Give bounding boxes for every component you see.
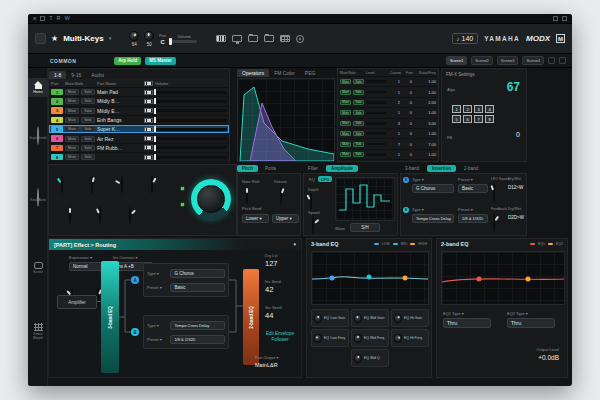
op-solo-button[interactable]: Solo xyxy=(353,152,364,157)
part-name[interactable]: Mildly E… xyxy=(97,108,142,114)
solo-button[interactable]: Solo xyxy=(81,117,95,123)
op-mute-button[interactable]: Mute xyxy=(340,121,351,126)
sidebar-item-scene[interactable]: Scene xyxy=(28,258,48,277)
op-coarse[interactable]: 7 xyxy=(388,142,400,147)
part-row-6[interactable]: 6 Mute Solo Air Rez xyxy=(49,134,229,143)
tab-filter[interactable]: Filter xyxy=(303,165,323,172)
op-coarse[interactable]: 1 xyxy=(388,152,400,157)
tab-insertion[interactable]: Insertion xyxy=(427,165,456,172)
eq-low-freq[interactable]: EQ Low Freq xyxy=(311,329,349,347)
eq2-block[interactable]: 2-band EQ xyxy=(243,269,259,365)
eq3-block[interactable]: 3-band EQ xyxy=(101,261,119,373)
op-solo-button[interactable]: Solo xyxy=(353,131,364,136)
fx-drywet-value[interactable]: D12>W xyxy=(508,185,523,190)
keyboard-icon[interactable] xyxy=(144,90,153,95)
sidebar-item-smart-morph[interactable]: Smart Morph xyxy=(28,320,48,343)
op-level-slider[interactable] xyxy=(366,122,386,125)
fx-param-knob[interactable] xyxy=(493,213,495,232)
lfo-speed-knob[interactable] xyxy=(312,215,314,234)
pan-value[interactable]: C xyxy=(161,39,165,45)
volume-slider[interactable] xyxy=(155,91,227,94)
op-ratio[interactable]: 1.00 xyxy=(414,90,436,95)
op-ratio[interactable]: 2.00 xyxy=(414,100,436,105)
a-preset-select[interactable]: Basic xyxy=(170,283,225,292)
eq-hi-gain[interactable]: EQ Hi Gain xyxy=(391,309,429,327)
menu-icon[interactable]: ≡ xyxy=(33,16,36,22)
tab-peg[interactable]: PEG xyxy=(300,69,321,77)
algo-value[interactable]: 67 xyxy=(507,80,520,94)
mute-button[interactable]: Mute xyxy=(65,154,79,160)
tab-porta[interactable]: Porta xyxy=(260,165,281,172)
part-row-2[interactable]: 2 Mute Solo Mildly B… xyxy=(49,97,229,106)
part-row-5[interactable]: 5 Mute Solo Super K… xyxy=(49,125,229,134)
part-row-3[interactable]: 3 Mute Solo Mildly E… xyxy=(49,107,229,116)
monitor-icon[interactable] xyxy=(232,35,242,42)
pitch-bend-lower-select[interactable]: Lower ▾ xyxy=(242,214,269,223)
op-ratio[interactable]: 1.00 xyxy=(414,110,436,115)
mute-button[interactable]: Mute xyxy=(65,108,79,114)
tab-amp-lfo[interactable]: LFO xyxy=(318,176,332,182)
keyboard-icon[interactable] xyxy=(144,127,153,132)
part-name[interactable]: Air Rez xyxy=(97,136,142,142)
operator-row-6[interactable]: Mute Solo 1 0 1.00 xyxy=(338,129,438,139)
feedback-value[interactable]: 0 xyxy=(516,131,520,138)
eq2-type-select[interactable]: Thru xyxy=(507,318,555,328)
keyboard-icon[interactable] xyxy=(144,118,153,123)
op-solo-button[interactable]: Solo xyxy=(353,90,364,95)
eq-low-freq-knob[interactable] xyxy=(314,334,322,343)
op-level-slider[interactable] xyxy=(366,101,386,104)
op-mute-button[interactable]: Mute xyxy=(340,152,351,157)
eq-hi-freq-knob[interactable] xyxy=(394,334,402,343)
sidebar-item-home[interactable]: Home xyxy=(28,78,48,97)
part-number-badge[interactable]: 5 xyxy=(51,126,63,133)
keyboard-icon[interactable] xyxy=(144,108,153,113)
routing-unit-a[interactable]: Type ▾ G Chorus Preset ▾ Basic xyxy=(143,263,229,297)
var-send-value[interactable]: 44 xyxy=(265,311,273,320)
mod-knob[interactable] xyxy=(129,31,139,41)
mute-button[interactable]: Mute xyxy=(65,136,79,142)
tab-amp-eq[interactable]: EQ xyxy=(306,176,318,182)
op-mute-button[interactable]: Mute xyxy=(340,79,351,84)
volume-slider[interactable] xyxy=(155,137,227,140)
solo-button[interactable]: Solo xyxy=(81,89,95,95)
assign-knob-4[interactable] xyxy=(151,175,153,194)
part-row-7[interactable]: 7 Mute Solo FM Rubb… xyxy=(49,144,229,153)
tab-fm-color[interactable]: FM Color xyxy=(269,69,300,77)
sidebar-item-knobauto[interactable]: KnobAuto xyxy=(28,186,48,205)
op-fine[interactable]: 0 xyxy=(402,110,412,115)
eq1-type-select[interactable]: Thru xyxy=(443,318,491,328)
node-b[interactable]: B xyxy=(131,328,139,336)
assign-knob-6[interactable] xyxy=(99,206,101,225)
tab-pitch[interactable]: Pitch xyxy=(237,165,258,172)
scene-button-1[interactable]: Scene1 xyxy=(446,56,468,65)
volume-slider[interactable] xyxy=(155,128,227,131)
folder-library-icon[interactable] xyxy=(264,35,274,42)
op-level-slider[interactable] xyxy=(366,112,386,115)
op-solo-button[interactable]: Solo xyxy=(353,121,364,126)
tab-2band[interactable]: 2-band xyxy=(459,165,483,172)
tempo-box[interactable]: ♪ 140 xyxy=(452,33,479,44)
eq-mid-gain[interactable]: EQ Mid Gain xyxy=(351,309,389,327)
part-number-badge[interactable]: 7 xyxy=(51,145,63,152)
eq-mid-freq-knob[interactable] xyxy=(354,334,362,343)
assign-knob-7[interactable] xyxy=(129,206,131,225)
node-a[interactable]: A xyxy=(131,276,139,284)
eq3-curve-display[interactable] xyxy=(311,251,429,305)
collapse-caret-icon[interactable]: ▾ xyxy=(293,242,296,247)
solo-button[interactable]: Solo xyxy=(81,126,95,132)
mute-button[interactable]: Mute xyxy=(65,98,79,104)
scene-button-4[interactable]: Scene4 xyxy=(522,56,544,65)
part-number-badge[interactable]: 2 xyxy=(51,98,63,105)
routing-unit-b[interactable]: Type ▾ Tempo Cross Delay Preset ▾ 1/8 & … xyxy=(143,315,229,349)
solo-button[interactable]: Solo xyxy=(81,98,95,104)
op-solo-button[interactable]: Solo xyxy=(353,100,364,105)
settings-icon[interactable] xyxy=(559,57,566,64)
part-output-value[interactable]: MainL&R xyxy=(255,362,278,368)
op-solo-button[interactable]: Solo xyxy=(353,142,364,147)
window-icon[interactable] xyxy=(553,16,558,21)
window-icon-2[interactable] xyxy=(562,16,567,21)
op-mute-button[interactable]: Mute xyxy=(340,131,351,136)
keyboard-icon[interactable] xyxy=(216,35,226,42)
gear-icon[interactable] xyxy=(296,35,304,43)
part-row-8[interactable]: 8 Mute Solo xyxy=(49,153,229,162)
